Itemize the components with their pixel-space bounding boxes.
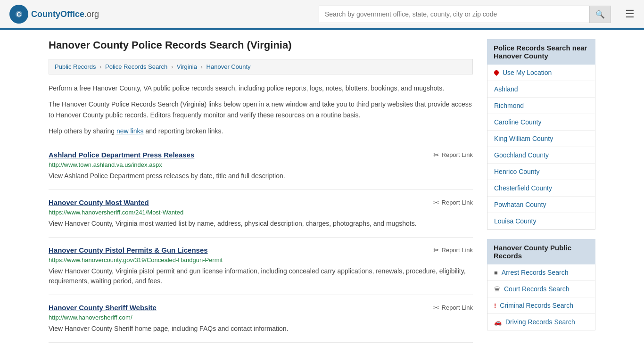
court-records-icon: 🏛: [494, 286, 500, 293]
use-location-item[interactable]: Use My Location: [487, 65, 595, 81]
nearby-link[interactable]: Richmond: [494, 102, 524, 109]
nearby-link[interactable]: Chesterfield County: [494, 184, 552, 192]
result-desc: View Hanover County, Virginia pistol per…: [49, 266, 473, 286]
criminal-records-link[interactable]: Criminal Records Search: [500, 302, 573, 309]
result-desc: View Hanover County Sheriff home page, i…: [49, 324, 473, 334]
report-icon: ✂: [433, 198, 439, 207]
nearby-henrico-county[interactable]: Henrico County: [487, 164, 595, 180]
result-header: Hanover County Pistol Permits & Gun Lice…: [49, 246, 473, 255]
driving-records-icon: 🚗: [494, 319, 502, 326]
court-records-item[interactable]: 🏛 Court Records Search: [487, 281, 595, 297]
description-3: Help others by sharing new links and rep…: [49, 126, 473, 136]
result-url[interactable]: https://www.hanoversheriff.com/241/Most-…: [49, 209, 473, 216]
content-area: Hanover County Police Records Search (Vi…: [49, 39, 473, 343]
arrest-records-link[interactable]: Arrest Records Search: [502, 269, 569, 276]
result-title-link[interactable]: Hanover County Sheriff Website: [49, 304, 157, 312]
nearby-powhatan-county[interactable]: Powhatan County: [487, 197, 595, 213]
breadcrumb-police-records[interactable]: Police Records Search: [105, 63, 167, 70]
nearby-ashland[interactable]: Ashland: [487, 81, 595, 98]
public-records-section: Hanover County Public Records ■ Arrest R…: [487, 239, 595, 330]
nearby-link[interactable]: Henrico County: [494, 168, 540, 175]
report-icon: ✂: [433, 151, 439, 159]
nearby-caroline-county[interactable]: Caroline County: [487, 114, 595, 131]
criminal-records-item[interactable]: ! Criminal Records Search: [487, 297, 595, 314]
search-input[interactable]: [319, 7, 589, 22]
report-link-button[interactable]: ✂ Report Link: [433, 246, 473, 255]
result-desc: View Ashland Police Department press rel…: [49, 171, 473, 181]
nearby-richmond[interactable]: Richmond: [487, 98, 595, 114]
search-bar: 🔍: [319, 6, 611, 23]
breadcrumb-hanover-county[interactable]: Hanover County: [206, 63, 251, 70]
result-item: Hanover County Sheriff Website ✂ Report …: [49, 295, 473, 343]
criminal-records-icon: !: [494, 302, 496, 309]
result-title-link[interactable]: Hanover County Most Wanted: [49, 198, 149, 206]
description-2: The Hanover County Police Records Search…: [49, 99, 473, 120]
nearby-list: Use My Location Ashland Richmond Carolin…: [487, 65, 595, 230]
arrest-records-icon: ■: [494, 269, 498, 276]
new-links-link[interactable]: new links: [116, 127, 144, 135]
nearby-link[interactable]: Caroline County: [494, 118, 541, 126]
driving-records-item[interactable]: 🚗 Driving Records Search: [487, 314, 595, 330]
nearby-link[interactable]: Louisa County: [494, 217, 537, 225]
result-header: Hanover County Sheriff Website ✂ Report …: [49, 304, 473, 312]
result-item: Hanover County Pistol Permits & Gun Lice…: [49, 238, 473, 295]
use-location-link[interactable]: Use My Location: [503, 69, 552, 76]
header: C CountyOffice.org 🔍 ☰: [0, 0, 644, 30]
result-url[interactable]: http://www.town.ashland.va.us/index.aspx: [49, 161, 473, 168]
public-records-list: ■ Arrest Records Search 🏛 Court Records …: [487, 264, 595, 330]
sidebar: Police Records Search near Hanover Count…: [487, 39, 595, 343]
result-header: Hanover County Most Wanted ✂ Report Link: [49, 198, 473, 207]
logo[interactable]: C CountyOffice.org: [9, 5, 99, 24]
logo-icon: C: [9, 5, 28, 24]
nearby-king-william-county[interactable]: King William County: [487, 131, 595, 147]
svg-text:C: C: [17, 11, 21, 18]
report-link-button[interactable]: ✂ Report Link: [433, 198, 473, 207]
arrest-records-item[interactable]: ■ Arrest Records Search: [487, 264, 595, 281]
search-button[interactable]: 🔍: [589, 6, 611, 23]
result-title-link[interactable]: Hanover County Pistol Permits & Gun Lice…: [49, 246, 208, 254]
report-link-button[interactable]: ✂ Report Link: [433, 151, 473, 159]
breadcrumb-public-records[interactable]: Public Records: [55, 63, 96, 70]
search-icon: 🔍: [595, 10, 605, 18]
result-title-link[interactable]: Ashland Police Department Press Releases: [49, 151, 194, 159]
description-1: Perform a free Hanover County, VA public…: [49, 83, 473, 93]
nearby-chesterfield-county[interactable]: Chesterfield County: [487, 180, 595, 197]
nearby-section: Police Records Search near Hanover Count…: [487, 39, 595, 230]
hamburger-icon: ☰: [625, 8, 635, 20]
nearby-goochland-county[interactable]: Goochland County: [487, 147, 595, 164]
court-records-link[interactable]: Court Records Search: [504, 285, 570, 293]
report-icon: ✂: [433, 246, 439, 255]
result-header: Ashland Police Department Press Releases…: [49, 151, 473, 159]
report-link-button[interactable]: ✂ Report Link: [433, 304, 473, 312]
nearby-title: Police Records Search near Hanover Count…: [487, 39, 595, 65]
page-title: Hanover County Police Records Search (Vi…: [49, 39, 473, 51]
public-records-title: Hanover County Public Records: [487, 239, 595, 264]
location-dot-icon: [493, 69, 500, 76]
nearby-link[interactable]: King William County: [494, 135, 553, 142]
nearby-link[interactable]: Powhatan County: [494, 201, 546, 208]
result-url[interactable]: https://www.hanovercounty.gov/319/Concea…: [49, 256, 473, 263]
nearby-link[interactable]: Goochland County: [494, 151, 549, 159]
report-icon: ✂: [433, 304, 439, 312]
breadcrumb-virginia[interactable]: Virginia: [177, 63, 197, 70]
breadcrumb: Public Records › Police Records Search ›…: [49, 59, 473, 74]
result-url[interactable]: http://www.hanoversheriff.com/: [49, 314, 473, 321]
main-layout: Hanover County Police Records Search (Vi…: [39, 30, 605, 352]
nearby-louisa-county[interactable]: Louisa County: [487, 213, 595, 229]
driving-records-link[interactable]: Driving Records Search: [505, 318, 575, 326]
menu-button[interactable]: ☰: [625, 8, 635, 20]
logo-text: CountyOffice.org: [31, 9, 99, 19]
result-desc: View Hanover County, Virginia most wante…: [49, 219, 473, 229]
result-item: Hanover County Most Wanted ✂ Report Link…: [49, 190, 473, 238]
nearby-link[interactable]: Ashland: [494, 85, 518, 93]
result-item: Ashland Police Department Press Releases…: [49, 142, 473, 190]
